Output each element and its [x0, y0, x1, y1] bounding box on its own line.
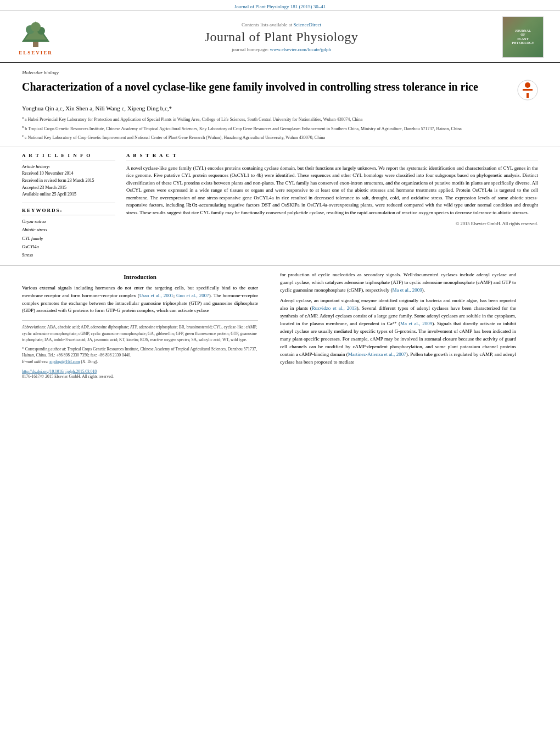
- crossmark-icon: [517, 80, 538, 101]
- svg-point-5: [31, 22, 41, 32]
- header-section: ELSEVIER Contents lists available at Sci…: [0, 11, 560, 63]
- doi-section: http://dx.doi.org/10.1016/j.jplph.2015.0…: [22, 369, 258, 374]
- intro-para1: Various external signals including hormo…: [22, 284, 258, 315]
- journal-thumbnail: JOURNALOFPLANTPHYSIOLOGY: [502, 16, 544, 58]
- ref-ma2[interactable]: Ma et al., 2009: [400, 321, 432, 326]
- keyword-5: Stress: [22, 251, 115, 259]
- article-title: Characterization of a novel cyclase-like…: [22, 80, 512, 94]
- affiliations: a a Hubei Provincial Key Laboratory for …: [22, 115, 538, 141]
- abstract-title: A B S T R A C T: [126, 153, 538, 160]
- svg-rect-8: [523, 89, 533, 91]
- keyword-1: Oryza sativa: [22, 217, 115, 226]
- section-label: Molecular biology: [22, 70, 538, 75]
- abstract-section: A B S T R A C T A novel cyclase-like gen…: [126, 153, 538, 260]
- abstract-text: A novel cyclase-like gene family (CYL) e…: [126, 165, 538, 217]
- revised-date: Received in revised form 23 March 2015: [22, 177, 115, 185]
- elsevier-logo: ELSEVIER: [11, 19, 60, 55]
- accepted-date: Accepted 23 March 2015: [22, 185, 115, 192]
- header-center: Contents lists available at ScienceDirec…: [60, 22, 502, 52]
- abstract-copyright: © 2015 Elsevier GmbH. All rights reserve…: [126, 221, 538, 226]
- ref-ruzvidzo[interactable]: Ruzvidzo et al., 2013: [312, 305, 357, 311]
- article-info-title: A R T I C L E I N F O: [22, 153, 115, 160]
- thumb-title: JOURNALOFPLANTPHYSIOLOGY: [512, 29, 534, 45]
- article-body: A R T I C L E I N F O Article history: R…: [0, 147, 560, 266]
- sciencedirect-link[interactable]: ScienceDirect: [294, 22, 321, 27]
- keywords-section: Keywords: Oryza sativa Abiotic stress CY…: [22, 208, 115, 259]
- journal-url[interactable]: www.elsevier.com/locate/jplph: [270, 47, 331, 52]
- journal-homepage: journal homepage: www.elsevier.com/locat…: [60, 47, 502, 52]
- ref-guo[interactable]: Guo et al., 2007: [176, 293, 209, 298]
- content-right: for production of cyclic nucleotides as …: [269, 271, 538, 379]
- article-history: Article history: Received 10 November 20…: [22, 164, 115, 198]
- corresponding-text: * Corresponding author at: Tropical Crop…: [22, 346, 258, 359]
- affiliation-c: c c National Key Laboratory of Crop Gene…: [22, 133, 538, 141]
- article-title-row: Characterization of a novel cyclase-like…: [22, 80, 538, 101]
- ref-martinez[interactable]: Martinez-Atienza et al., 2007: [348, 352, 406, 357]
- right-para2: Adenyl cyclase, an important signaling e…: [280, 297, 516, 366]
- svg-rect-9: [527, 93, 529, 98]
- elsevier-tree-icon: [16, 19, 55, 49]
- abbreviations-text: Abbreviations: ABA, abscisic acid; ADP, …: [22, 324, 258, 343]
- email-link[interactable]: xipding@163.com: [49, 359, 80, 364]
- svg-point-7: [525, 82, 530, 88]
- keywords-title: Keywords:: [22, 208, 115, 215]
- received-date: Received 10 November 2014: [22, 170, 115, 177]
- online-date: Available online 25 April 2015: [22, 191, 115, 198]
- affiliation-a: a a Hubei Provincial Key Laboratory for …: [22, 115, 538, 123]
- right-para1: for production of cyclic nucleotides as …: [280, 271, 516, 294]
- keywords-list: Oryza sativa Abiotic stress CYL family O…: [22, 217, 115, 259]
- issn-section: 0176-1617/© 2015 Elsevier GmbH. All righ…: [22, 374, 258, 379]
- authors: Yonghua Qin a,c, Xin Shen a, Nili Wang c…: [22, 105, 538, 111]
- journal-ref: Journal of Plant Physiology 181 (2015) 3…: [234, 4, 326, 9]
- doi-link[interactable]: http://dx.doi.org/10.1016/j.jplph.2015.0…: [22, 369, 97, 374]
- keyword-3: CYL family: [22, 235, 115, 243]
- sciencedirect-line: Contents lists available at ScienceDirec…: [60, 22, 502, 27]
- keyword-4: OsCYl4a: [22, 243, 115, 251]
- affiliation-b: b b Tropical Crops Genetic Resources Ins…: [22, 124, 538, 132]
- keyword-2: Abiotic stress: [22, 226, 115, 234]
- page: Journal of Plant Physiology 181 (2015) 3…: [0, 0, 560, 384]
- content-left: Introduction Various external signals in…: [0, 271, 269, 379]
- intro-heading: Introduction: [22, 274, 258, 280]
- main-content: Introduction Various external signals in…: [0, 266, 560, 384]
- article-info: A R T I C L E I N F O Article history: R…: [22, 153, 115, 260]
- journal-top-bar: Journal of Plant Physiology 181 (2015) 3…: [0, 0, 560, 11]
- footnote-section: Abbreviations: ABA, abscisic acid; ADP, …: [22, 320, 258, 365]
- ref-ma[interactable]: Ma et al., 2009: [392, 287, 422, 293]
- elsevier-label: ELSEVIER: [19, 50, 53, 55]
- email-line: E-mail address: xipding@163.com (X. Ding…: [22, 359, 258, 365]
- history-label: Article history:: [22, 164, 115, 169]
- article-header: Molecular biology Characterization of a …: [0, 63, 560, 147]
- divider: [22, 203, 115, 203]
- journal-title: Journal of Plant Physiology: [60, 30, 502, 44]
- ref-urao[interactable]: Urao et al., 2001: [139, 293, 173, 298]
